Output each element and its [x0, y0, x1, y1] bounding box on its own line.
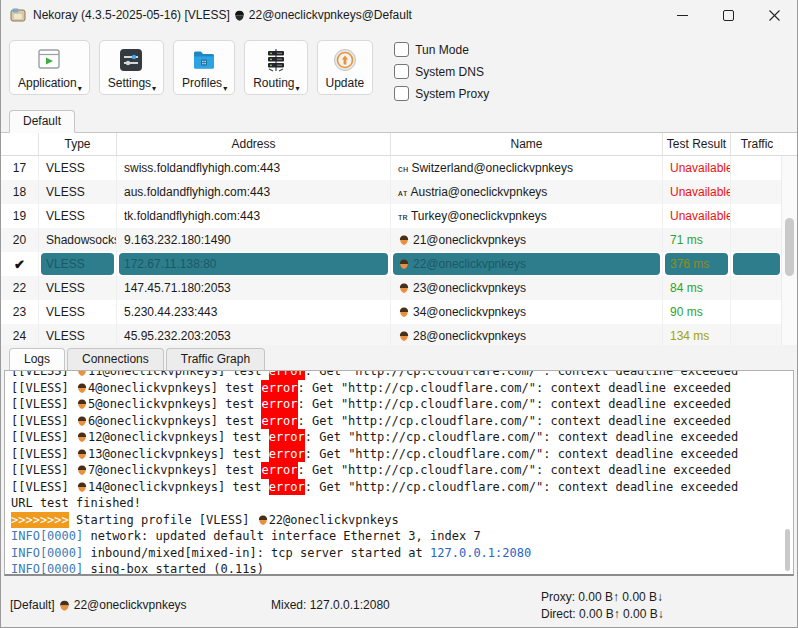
log-line: [[VLESS] 11@oneclickvpnkeys] test error:… [11, 370, 787, 380]
test-result: 71 ms [663, 228, 731, 252]
log-line: [[VLESS] 14@oneclickvpnkeys] test error:… [11, 479, 787, 496]
server-name-cell: 22@oneclickvpnkeys [391, 252, 663, 276]
settings-button[interactable]: Settings▾ [99, 40, 164, 95]
row-number: ✔ [1, 252, 39, 276]
server-type: VLESS [39, 300, 117, 324]
toolbar: Application▾ Settings▾ Profiles▾ Routing… [1, 30, 797, 109]
log-line: INFO[0000] network: updated default inte… [11, 528, 787, 545]
table-row[interactable]: 23VLESS5.230.44.233:44334@oneclickvpnkey… [1, 300, 797, 324]
test-result: Unavailable [663, 180, 731, 204]
header-type[interactable]: Type [39, 133, 117, 155]
acorn-profile-icon [257, 514, 269, 526]
system-dns-toggle[interactable]: System DNS [394, 64, 489, 79]
system-proxy-toggle[interactable]: System Proxy [394, 86, 489, 101]
tab-logs[interactable]: Logs [9, 348, 65, 370]
test-result: 84 ms [663, 276, 731, 300]
application-window-icon [36, 47, 62, 73]
server-type: VLESS [39, 180, 117, 204]
chevron-down-icon: ▾ [152, 84, 156, 93]
status-inbound: Mixed: 127.0.0.1:2080 [271, 598, 390, 612]
server-address: 172.67.11.138:80 [117, 252, 391, 276]
table-row[interactable]: 18VLESSaus.foldandflyhigh.com:443ᴀᴛAustr… [1, 180, 797, 204]
table-row[interactable]: 22VLESS147.45.71.180:205323@oneclickvpnk… [1, 276, 797, 300]
error-badge: error [261, 413, 297, 430]
log-line: [[VLESS] 7@oneclickvpnkeys] test error: … [11, 462, 787, 479]
acorn-profile-icon [76, 415, 88, 427]
tun-mode-toggle[interactable]: Tun Mode [394, 42, 489, 57]
server-name: 34@oneclickvpnkeys [413, 305, 526, 319]
tab-traffic-graph[interactable]: Traffic Graph [166, 348, 265, 370]
acorn-profile-icon [58, 599, 71, 612]
close-button[interactable] [751, 0, 797, 30]
server-address: 5.230.44.233:443 [117, 300, 391, 324]
traffic-cell [731, 252, 783, 276]
acorn-profile-icon [76, 370, 88, 377]
acorn-profile-icon [398, 234, 410, 246]
row-number: 22 [1, 276, 39, 300]
status-direct-traffic: Direct: 0.00 B↑ 0.00 B↓ [541, 606, 664, 623]
table-scrollbar[interactable] [781, 156, 797, 345]
profiles-button[interactable]: Profiles▾ [173, 40, 235, 95]
table-row[interactable]: 20Shadowsocks9.163.232.180:149021@onecli… [1, 228, 797, 252]
tab-connections[interactable]: Connections [67, 348, 164, 370]
tun-mode-checkbox[interactable] [394, 42, 409, 57]
server-address: tk.foldandflyhigh.com:443 [117, 204, 391, 228]
row-number: 18 [1, 180, 39, 204]
table-row[interactable]: ✔VLESS172.67.11.138:8022@oneclickvpnkeys… [1, 252, 797, 276]
system-proxy-checkbox[interactable] [394, 86, 409, 101]
header-test-result[interactable]: Test Result [663, 133, 731, 155]
error-badge: error [261, 396, 297, 413]
info-tag: INFO[0000] [11, 545, 83, 562]
table-scrollbar-thumb[interactable] [785, 218, 794, 276]
update-label: Update [326, 76, 365, 90]
application-label: Application [18, 76, 77, 90]
traffic-cell [731, 276, 783, 300]
test-result: 134 ms [663, 324, 731, 345]
header-traffic[interactable]: Traffic [731, 133, 783, 155]
header-address[interactable]: Address [117, 133, 391, 155]
update-button[interactable]: Update [317, 40, 374, 95]
log-pane[interactable]: [[VLESS] 11@oneclickvpnkeys] test error:… [4, 370, 794, 576]
sliders-icon [118, 47, 144, 73]
log-scrollbar-thumb[interactable] [785, 529, 790, 571]
server-name-cell: ᴀᴛAustria@oneclickvpnkeys [391, 180, 663, 204]
log-scrollbar[interactable] [782, 371, 792, 574]
error-badge: error [269, 370, 305, 380]
header-name[interactable]: Name [391, 133, 663, 155]
traffic-cell [731, 204, 783, 228]
folder-icon [191, 47, 217, 73]
test-result: 90 ms [663, 300, 731, 324]
tab-default[interactable]: Default [9, 110, 75, 133]
header-number[interactable] [1, 133, 39, 155]
status-bar: [Default] 22@oneclickvpnkeys Mixed: 127.… [1, 585, 797, 627]
system-dns-label: System DNS [415, 65, 484, 79]
error-badge: error [269, 479, 305, 496]
server-type: VLESS [39, 204, 117, 228]
system-dns-checkbox[interactable] [394, 64, 409, 79]
acorn-profile-icon [76, 448, 88, 460]
log-line: [[VLESS] 12@oneclickvpnkeys] test error:… [11, 429, 787, 446]
tun-mode-label: Tun Mode [415, 43, 469, 57]
maximize-button[interactable] [705, 0, 751, 30]
traffic-cell [731, 300, 783, 324]
table-row[interactable]: 24VLESS45.95.232.203:205328@oneclickvpnk… [1, 324, 797, 345]
traffic-cell [731, 228, 783, 252]
log-line: >>>>>>>> Starting profile [VLESS] 22@one… [11, 512, 787, 529]
routing-button[interactable]: Routing▾ [244, 40, 307, 95]
traffic-cell [731, 156, 783, 180]
country-code: ᴀᴛ [398, 187, 407, 198]
server-name-cell: ᴛʀTurkey@oneclickvpnkeys [391, 204, 663, 228]
application-button[interactable]: Application▾ [9, 40, 90, 95]
server-name: Turkey@oneclickvpnkeys [411, 209, 547, 223]
acorn-profile-icon [76, 464, 88, 476]
acorn-profile-icon [398, 258, 410, 270]
server-address: swiss.foldandflyhigh.com:443 [117, 156, 391, 180]
system-proxy-label: System Proxy [415, 87, 489, 101]
table-row[interactable]: 19VLESStk.foldandflyhigh.com:443ᴛʀTurkey… [1, 204, 797, 228]
address-text: 127.0.0.1:2080 [430, 545, 531, 562]
server-type: VLESS [39, 276, 117, 300]
table-header: Type Address Name Test Result Traffic [1, 133, 797, 156]
table-row[interactable]: 17VLESSswiss.foldandflyhigh.com:443ᴄʜSwi… [1, 156, 797, 180]
minimize-button[interactable] [659, 0, 705, 30]
row-number: 24 [1, 324, 39, 345]
